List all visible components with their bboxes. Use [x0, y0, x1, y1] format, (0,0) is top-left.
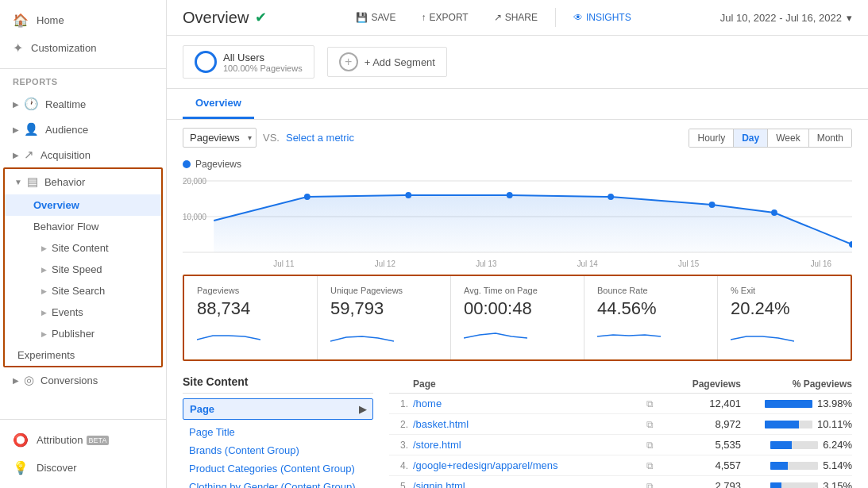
row-copy-icon[interactable]: ⧉ — [638, 460, 662, 471]
stat-pageviews-sparkline — [197, 324, 260, 348]
sc-link-product-cats[interactable]: Product Categories (Content Group) — [183, 459, 373, 478]
all-users-segment[interactable]: All Users 100.00% Pageviews — [183, 45, 314, 79]
acquisition-label: Acquisition — [41, 149, 91, 161]
legend-label: Pageviews — [195, 159, 241, 170]
reports-label: REPORTS — [0, 69, 166, 90]
svg-marker-5 — [214, 195, 852, 252]
row-pct: 10.11% — [741, 418, 852, 430]
sidebar-item-overview[interactable]: Overview — [5, 194, 161, 216]
sidebar-item-customization[interactable]: ✦ Customization — [0, 34, 166, 62]
row-num: 4. — [389, 460, 413, 471]
row-pageviews: 5,535 — [662, 439, 741, 451]
sc-item-page[interactable]: Page ▶ — [183, 398, 373, 420]
row-page[interactable]: /home — [413, 398, 638, 409]
sidebar-item-attribution[interactable]: ⭕ Attribution BETA — [0, 426, 166, 454]
sidebar-item-discover[interactable]: 💡 Discover — [0, 454, 166, 482]
svg-point-6 — [304, 194, 311, 200]
sidebar-item-audience[interactable]: ▶ 👤 Audience — [0, 117, 166, 142]
time-btn-day[interactable]: Day — [734, 129, 768, 147]
segment-sub: 100.00% Pageviews — [223, 63, 303, 73]
sidebar-item-site-content[interactable]: ▶ Site Content — [5, 237, 161, 259]
add-segment-icon: + — [339, 52, 358, 71]
pct-bar — [765, 421, 799, 428]
site-speed-label: Site Speed — [52, 263, 102, 275]
sc-link-clothing[interactable]: Clothing by Gender (Content Group) — [183, 478, 373, 488]
row-copy-icon[interactable]: ⧉ — [638, 440, 662, 451]
add-segment-label: + Add Segment — [365, 56, 435, 68]
insights-button[interactable]: 👁 INSIGHTS — [565, 8, 639, 27]
chart-legend: Pageviews — [183, 156, 852, 173]
sidebar-item-home[interactable]: 🏠 Home — [0, 6, 166, 34]
pct-bar-wrap — [770, 462, 818, 470]
sc-link-page-title[interactable]: Page Title — [183, 423, 373, 441]
date-range[interactable]: Jul 10, 2022 - Jul 16, 2022 ▾ — [720, 12, 852, 24]
row-page[interactable]: /basket.html — [413, 418, 638, 430]
export-button[interactable]: ↑ EXPORT — [414, 8, 476, 27]
header-actions: 💾 SAVE ↑ EXPORT ↗ SHARE 👁 INSIGHTS — [348, 8, 638, 27]
site-search-label: Site Search — [52, 285, 105, 297]
sidebar-item-publisher[interactable]: ▶ Publisher — [5, 323, 161, 344]
svg-text:Jul 16: Jul 16 — [811, 259, 832, 268]
metric-select[interactable]: Pageviews — [183, 128, 257, 148]
share-button[interactable]: ↗ SHARE — [486, 8, 546, 27]
svg-text:10,000: 10,000 — [183, 213, 206, 221]
stat-bounce-value: 44.56% — [597, 298, 704, 319]
stat-avg-time: Avg. Time on Page 00:00:48 — [451, 276, 584, 359]
row-pageviews: 12,401 — [662, 398, 741, 409]
sidebar-bottom: ⭕ Attribution BETA 💡 Discover — [0, 419, 166, 488]
arrow-icon: ▶ — [13, 125, 19, 134]
select-metric-link[interactable]: Select a metric — [286, 132, 354, 144]
arrow-icon: ▶ — [41, 309, 47, 317]
sidebar-item-conversions[interactable]: ▶ ◎ Conversions — [0, 367, 166, 393]
sidebar-item-events[interactable]: ▶ Events — [5, 302, 161, 323]
date-range-arrow: ▾ — [847, 12, 852, 24]
save-button[interactable]: 💾 SAVE — [348, 8, 403, 27]
stat-bounce-label: Bounce Rate — [597, 286, 704, 295]
attribution-label: Attribution — [37, 434, 83, 446]
time-btn-week[interactable]: Week — [768, 129, 808, 147]
sidebar-item-experiments[interactable]: Experiments — [5, 344, 161, 366]
stat-unique-sparkline — [330, 324, 394, 348]
time-btn-hourly[interactable]: Hourly — [689, 129, 734, 147]
table-row: 3. /store.html ⧉ 5,535 6.24% — [389, 435, 852, 455]
arrow-icon: ▶ — [41, 266, 47, 274]
row-copy-icon[interactable]: ⧉ — [638, 481, 662, 489]
export-icon: ↑ — [422, 12, 426, 23]
sidebar-item-site-search[interactable]: ▶ Site Search — [5, 280, 161, 302]
chart-svg: 20,000 10,000 — [183, 173, 852, 268]
sc-link-brands[interactable]: Brands (Content Group) — [183, 441, 373, 459]
metric-select-wrap: Pageviews — [183, 128, 257, 148]
segment-label: All Users — [223, 52, 303, 63]
customization-label: Customization — [31, 42, 96, 54]
add-segment[interactable]: + + Add Segment — [327, 47, 447, 77]
row-page[interactable]: /google+redesign/apparel/mens — [413, 459, 638, 471]
sidebar-item-behavior[interactable]: ▼ ▤ Behavior — [5, 169, 161, 194]
row-page[interactable]: /signin.html — [413, 480, 638, 488]
time-buttons: Hourly Day Week Month — [689, 129, 852, 148]
row-page[interactable]: /store.html — [413, 439, 638, 451]
pct-bar — [765, 400, 812, 408]
tab-overview[interactable]: Overview — [183, 89, 254, 119]
row-num: 2. — [389, 419, 413, 430]
main-content: Overview ✔ 💾 SAVE ↑ EXPORT ↗ SHARE 👁 INS… — [167, 0, 868, 488]
col-copy-header — [638, 378, 662, 390]
metric-left: Pageviews VS. Select a metric — [183, 128, 354, 148]
sidebar-item-behavior-flow[interactable]: Behavior Flow — [5, 216, 161, 237]
time-btn-month[interactable]: Month — [809, 129, 851, 147]
lower-section: Site Content Page ▶ Page Title Brands (C… — [167, 367, 868, 488]
stat-bounce-rate: Bounce Rate 44.56% — [584, 276, 718, 359]
stat-pageviews: Pageviews 88,734 — [184, 276, 318, 359]
stat-exit-sparkline — [731, 324, 794, 348]
sidebar-item-acquisition[interactable]: ▶ ↗ Acquisition — [0, 142, 166, 167]
share-label: SHARE — [505, 12, 538, 23]
behavior-sub-sub-nav: ▶ Site Content ▶ Site Speed ▶ Site Searc… — [5, 237, 161, 344]
stat-bounce-sparkline — [597, 324, 661, 348]
row-copy-icon[interactable]: ⧉ — [638, 398, 662, 409]
segment-info: All Users 100.00% Pageviews — [223, 52, 303, 73]
sidebar-item-realtime[interactable]: ▶ 🕐 Realtime — [0, 91, 166, 117]
row-pct: 3.15% — [741, 480, 852, 488]
stat-exit: % Exit 20.24% — [718, 276, 851, 359]
conversions-icon: ◎ — [24, 373, 34, 387]
sidebar-item-site-speed[interactable]: ▶ Site Speed — [5, 259, 161, 280]
row-copy-icon[interactable]: ⧉ — [638, 419, 662, 430]
